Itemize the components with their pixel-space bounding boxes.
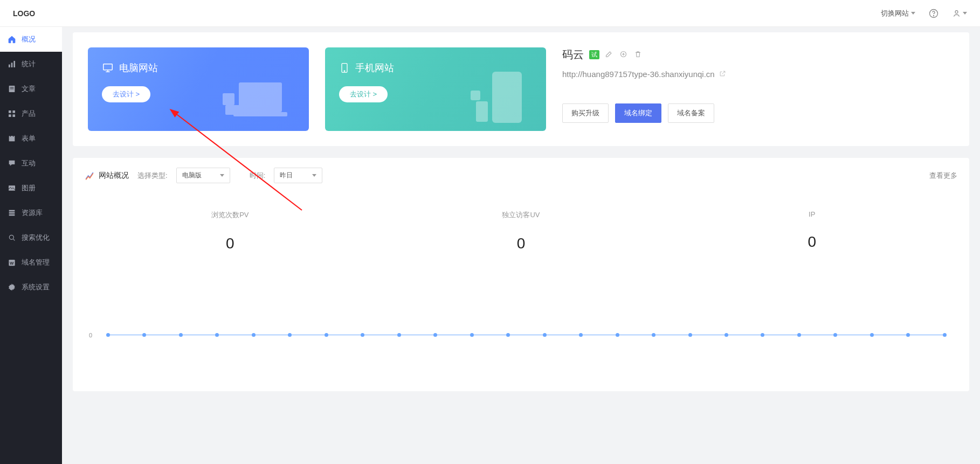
svg-rect-8 bbox=[10, 88, 14, 89]
svg-rect-11 bbox=[9, 114, 11, 117]
delete-icon[interactable] bbox=[634, 49, 642, 61]
sidebar-item-interaction[interactable]: 互动 bbox=[0, 151, 62, 176]
svg-rect-12 bbox=[12, 114, 15, 117]
sidebar-item-articles[interactable]: 文章 bbox=[0, 77, 62, 101]
chart-point bbox=[397, 333, 401, 337]
chart-point bbox=[106, 333, 110, 337]
sidebar-item-seo[interactable]: 搜索优化 bbox=[0, 225, 62, 250]
chevron-down-icon bbox=[312, 174, 316, 177]
chart-point bbox=[943, 333, 947, 337]
site-name-text: 码云 bbox=[562, 47, 584, 62]
chevron-down-icon bbox=[963, 12, 967, 15]
buy-upgrade-button[interactable]: 购买升级 bbox=[562, 103, 609, 123]
svg-rect-32 bbox=[476, 101, 488, 122]
stat-ip: IP 0 bbox=[666, 210, 957, 252]
svg-rect-33 bbox=[471, 91, 480, 100]
sidebar-item-products[interactable]: 产品 bbox=[0, 101, 62, 126]
chart-point bbox=[506, 333, 510, 337]
sidebar-item-overview[interactable]: 概况 bbox=[0, 27, 62, 52]
bind-domain-button[interactable]: 域名绑定 bbox=[615, 103, 661, 123]
chart-point bbox=[616, 333, 619, 337]
stat-uv: 独立访客UV 0 bbox=[376, 210, 667, 252]
go-design-mobile-button[interactable]: 去设计 > bbox=[339, 86, 388, 102]
svg-rect-14 bbox=[10, 135, 11, 136]
sidebar-label: 概况 bbox=[22, 34, 36, 44]
stats-row: 浏览次数PV 0 独立访客UV 0 IP 0 bbox=[85, 210, 957, 252]
add-icon[interactable] bbox=[619, 49, 627, 61]
sidebar-label: 图册 bbox=[22, 183, 36, 193]
card-title-text: 电脑网站 bbox=[119, 61, 158, 74]
view-more-link[interactable]: 查看更多 bbox=[929, 171, 957, 181]
svg-rect-17 bbox=[9, 210, 15, 212]
svg-point-1 bbox=[934, 15, 934, 16]
panel-title-text: 网站概况 bbox=[99, 171, 129, 181]
domain-record-button[interactable]: 域名备案 bbox=[668, 103, 714, 123]
sidebar-label: 表单 bbox=[22, 134, 36, 143]
chart-point bbox=[688, 333, 692, 337]
svg-text:W: W bbox=[10, 260, 14, 265]
svg-point-2 bbox=[955, 10, 958, 13]
sidebar-label: 文章 bbox=[22, 84, 36, 94]
sidebar-item-domain[interactable]: W 域名管理 bbox=[0, 250, 62, 275]
help-icon[interactable] bbox=[926, 6, 941, 21]
chart-point bbox=[579, 333, 583, 337]
desktop-icon bbox=[102, 62, 114, 74]
sidebar-item-stats[interactable]: 统计 bbox=[0, 52, 62, 77]
chart-point bbox=[179, 333, 183, 337]
stat-label: 独立访客UV bbox=[376, 210, 667, 220]
svg-rect-4 bbox=[11, 63, 13, 67]
type-label: 选择类型: bbox=[137, 171, 168, 181]
chart-point bbox=[142, 333, 146, 337]
user-menu-icon[interactable] bbox=[952, 6, 967, 21]
chart-point bbox=[870, 333, 874, 337]
time-label: 时间: bbox=[250, 171, 266, 181]
chart-point bbox=[433, 333, 437, 337]
chevron-down-icon bbox=[220, 174, 224, 177]
sidebar-item-settings[interactable]: 系统设置 bbox=[0, 275, 62, 300]
edit-icon[interactable] bbox=[605, 49, 613, 61]
card-decoration bbox=[454, 66, 541, 131]
type-value: 电脑版 bbox=[182, 171, 202, 180]
site-info: 码云 试 http://huang897157type-36.shanxiyun… bbox=[562, 47, 954, 131]
chart-point bbox=[833, 333, 837, 337]
chart-point bbox=[652, 333, 655, 337]
sidebar-label: 统计 bbox=[22, 59, 36, 69]
svg-point-20 bbox=[9, 235, 13, 239]
time-value: 昨日 bbox=[280, 171, 293, 180]
svg-rect-5 bbox=[13, 61, 15, 67]
card-title-text: 手机网站 bbox=[355, 61, 394, 74]
stat-value: 0 bbox=[85, 235, 376, 252]
svg-rect-24 bbox=[103, 64, 113, 70]
time-select[interactable]: 昨日 bbox=[274, 168, 322, 183]
stat-label: IP bbox=[666, 210, 957, 218]
svg-rect-13 bbox=[9, 136, 15, 141]
go-design-pc-button[interactable]: 去设计 > bbox=[102, 86, 150, 102]
sidebar-item-resources[interactable]: 资源库 bbox=[0, 200, 62, 225]
logo-text: LOGO bbox=[13, 9, 35, 18]
chart-point bbox=[906, 333, 910, 337]
sidebar-label: 资源库 bbox=[22, 208, 43, 218]
switch-site-button[interactable]: 切换网站 bbox=[881, 9, 915, 18]
stats-icon bbox=[85, 171, 94, 181]
chevron-down-icon bbox=[911, 12, 915, 15]
trial-tag: 试 bbox=[589, 50, 599, 59]
sidebar-item-albums[interactable]: 图册 bbox=[0, 176, 62, 200]
top-bar: LOGO 切换网站 bbox=[0, 0, 980, 27]
main-content: 电脑网站 去设计 > 手机网站 去设计 > 码云 试 bbox=[62, 27, 980, 464]
chart-point bbox=[724, 333, 728, 337]
type-select[interactable]: 电脑版 bbox=[176, 168, 230, 183]
stat-value: 0 bbox=[666, 233, 957, 251]
svg-rect-18 bbox=[9, 212, 15, 214]
mobile-site-card: 手机网站 去设计 > bbox=[325, 47, 546, 131]
svg-rect-26 bbox=[233, 112, 287, 116]
open-link-icon[interactable] bbox=[719, 70, 726, 79]
site-url: http://huang897157type-36.shanxiyunqi.cn bbox=[562, 70, 715, 79]
chart-point bbox=[325, 333, 328, 337]
svg-rect-31 bbox=[492, 72, 522, 123]
svg-rect-3 bbox=[9, 65, 10, 67]
sidebar-item-forms[interactable]: 表单 bbox=[0, 126, 62, 151]
switch-site-label: 切换网站 bbox=[881, 9, 909, 18]
svg-rect-15 bbox=[13, 135, 13, 136]
sidebar: 概况 统计 文章 产品 表单 互动 图册 资源库 搜索优化 W 域名管理 系统设… bbox=[0, 27, 62, 464]
chart-point bbox=[288, 333, 292, 337]
